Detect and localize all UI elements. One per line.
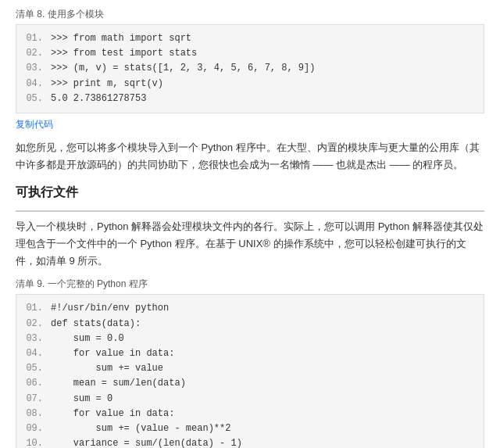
line-number: 03. (24, 332, 43, 346)
line-content: >>> print m, sqrt(v) (51, 77, 163, 91)
line-content: for value in data: (51, 407, 174, 421)
line-number: 05. (24, 91, 43, 106)
code-line: 01.#!/usr/bin/env python (24, 301, 476, 316)
code-line: 07. sum = 0 (24, 392, 476, 407)
line-content: sum += (value - mean)**2 (51, 421, 230, 436)
line-number: 02. (24, 317, 43, 332)
paragraph2: 导入一个模块时，Python 解释器会处理模块文件内的各行。实际上，您可以调用 … (16, 218, 484, 270)
line-number: 05. (24, 361, 43, 376)
line-content: >>> (m, v) = stats([1, 2, 3, 4, 5, 6, 7,… (51, 61, 315, 76)
line-number: 01. (24, 301, 43, 316)
code-line: 04.>>> print m, sqrt(v) (24, 77, 476, 91)
line-number: 08. (24, 407, 43, 421)
line-content: def stats(data): (51, 317, 141, 332)
line-content: >>> from math import sqrt (51, 31, 191, 46)
line-content: sum = 0.0 (51, 332, 124, 346)
line-content: variance = sum/(len(data) - 1) (51, 436, 242, 448)
line-content: for value in data: (51, 346, 174, 361)
listing8-code-block: 01.>>> from math import sqrt02.>>> from … (16, 24, 484, 113)
listing9-label: 清单 9. 一个完整的 Python 程序 (16, 278, 484, 291)
code-line: 05.5.0 2.73861278753 (24, 91, 476, 106)
line-content: #!/usr/bin/env python (51, 301, 169, 316)
line-number: 09. (24, 421, 43, 436)
code-line: 09. sum += (value - mean)**2 (24, 421, 476, 436)
code-line: 04. for value in data: (24, 346, 476, 361)
section-executable-header: 可执行文件 (16, 185, 484, 212)
code-line: 08. for value in data: (24, 407, 476, 421)
code-line: 02.def stats(data): (24, 317, 476, 332)
code-line: 02.>>> from test import stats (24, 46, 476, 61)
code-line: 03. sum = 0.0 (24, 332, 476, 346)
line-content: sum = 0 (51, 392, 112, 407)
code-line: 01.>>> from math import sqrt (24, 31, 476, 46)
line-number: 06. (24, 376, 43, 391)
section-executable-title: 可执行文件 (16, 185, 484, 201)
listing8-label: 清单 8. 使用多个模块 (16, 8, 484, 21)
line-content: mean = sum/len(data) (51, 376, 186, 391)
line-content: 5.0 2.73861278753 (51, 91, 146, 106)
code-line: 06. mean = sum/len(data) (24, 376, 476, 391)
listing8-copy-button[interactable]: 复制代码 (16, 118, 53, 131)
line-number: 07. (24, 392, 43, 407)
code-line: 10. variance = sum/(len(data) - 1) (24, 436, 476, 448)
line-number: 04. (24, 77, 43, 91)
code-line: 03.>>> (m, v) = stats([1, 2, 3, 4, 5, 6,… (24, 61, 476, 76)
code-line: 05. sum += value (24, 361, 476, 376)
paragraph1: 如您所见，您可以将多个模块导入到一个 Python 程序中。在大型、内置的模块库… (16, 139, 484, 174)
line-number: 02. (24, 46, 43, 61)
line-content: sum += value (51, 361, 163, 376)
line-number: 10. (24, 436, 43, 448)
line-number: 04. (24, 346, 43, 361)
line-content: >>> from test import stats (51, 46, 197, 61)
line-number: 03. (24, 61, 43, 76)
listing9-code-block: 01.#!/usr/bin/env python02.def stats(dat… (16, 294, 484, 448)
line-number: 01. (24, 31, 43, 46)
